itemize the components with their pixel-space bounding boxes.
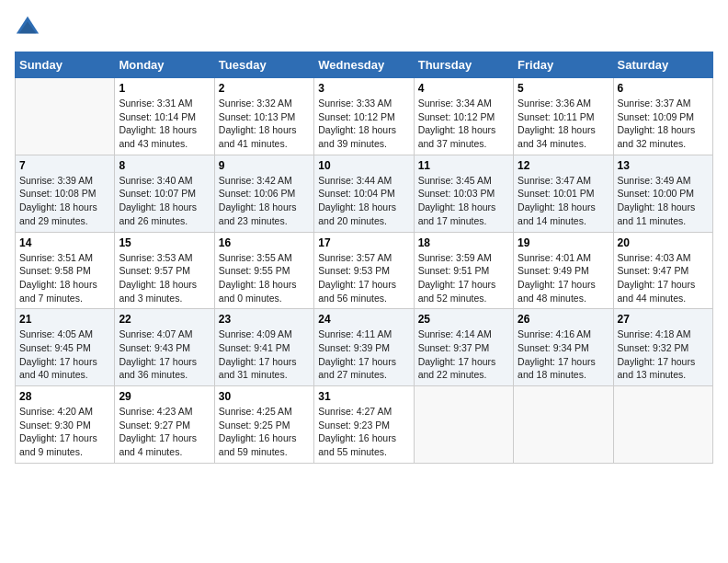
day-number: 17	[318, 236, 409, 249]
day-number: 2	[219, 82, 310, 95]
logo	[15, 15, 44, 40]
day-number: 29	[119, 390, 210, 403]
day-number: 25	[418, 313, 509, 326]
day-info: Sunrise: 4:11 AM Sunset: 9:39 PM Dayligh…	[318, 327, 409, 382]
header-sunday: Sunday	[16, 52, 115, 78]
day-number: 31	[318, 390, 409, 403]
day-info: Sunrise: 3:33 AM Sunset: 10:12 PM Daylig…	[318, 97, 409, 151]
calendar-cell: 4Sunrise: 3:34 AM Sunset: 10:12 PM Dayli…	[414, 78, 513, 155]
day-number: 5	[518, 82, 609, 95]
calendar-cell: 15Sunrise: 3:53 AM Sunset: 9:57 PM Dayli…	[115, 232, 214, 309]
day-info: Sunrise: 4:18 AM Sunset: 9:32 PM Dayligh…	[618, 327, 709, 382]
calendar-cell: 2Sunrise: 3:32 AM Sunset: 10:13 PM Dayli…	[214, 78, 313, 155]
logo-icon	[15, 15, 40, 40]
day-info: Sunrise: 3:44 AM Sunset: 10:04 PM Daylig…	[318, 174, 409, 228]
day-info: Sunrise: 3:37 AM Sunset: 10:09 PM Daylig…	[618, 97, 709, 151]
calendar-cell: 13Sunrise: 3:49 AM Sunset: 10:00 PM Dayl…	[613, 155, 712, 232]
day-number: 1	[119, 82, 210, 95]
day-number: 16	[219, 236, 310, 249]
calendar-header-row: SundayMondayTuesdayWednesdayThursdayFrid…	[16, 52, 713, 78]
calendar-cell: 8Sunrise: 3:40 AM Sunset: 10:07 PM Dayli…	[115, 155, 214, 232]
day-info: Sunrise: 4:20 AM Sunset: 9:30 PM Dayligh…	[19, 405, 110, 459]
calendar-cell: 3Sunrise: 3:33 AM Sunset: 10:12 PM Dayli…	[314, 78, 414, 155]
calendar-cell	[613, 386, 712, 464]
day-info: Sunrise: 4:09 AM Sunset: 9:41 PM Dayligh…	[219, 327, 310, 382]
calendar-cell: 31Sunrise: 4:27 AM Sunset: 9:23 PM Dayli…	[314, 386, 414, 464]
day-info: Sunrise: 4:25 AM Sunset: 9:25 PM Dayligh…	[219, 405, 310, 459]
day-info: Sunrise: 3:40 AM Sunset: 10:07 PM Daylig…	[119, 174, 210, 228]
header-friday: Friday	[514, 52, 613, 78]
day-info: Sunrise: 4:16 AM Sunset: 9:34 PM Dayligh…	[518, 327, 609, 382]
calendar-cell: 29Sunrise: 4:23 AM Sunset: 9:27 PM Dayli…	[115, 386, 214, 464]
day-number: 10	[318, 159, 409, 172]
day-info: Sunrise: 4:27 AM Sunset: 9:23 PM Dayligh…	[318, 405, 409, 459]
day-number: 21	[19, 313, 110, 326]
calendar-cell: 5Sunrise: 3:36 AM Sunset: 10:11 PM Dayli…	[514, 78, 613, 155]
day-number: 20	[618, 236, 709, 249]
day-number: 30	[219, 390, 310, 403]
calendar-cell: 10Sunrise: 3:44 AM Sunset: 10:04 PM Dayl…	[314, 155, 414, 232]
day-number: 7	[19, 159, 110, 172]
day-info: Sunrise: 4:07 AM Sunset: 9:43 PM Dayligh…	[119, 327, 210, 382]
day-number: 11	[418, 159, 509, 172]
calendar-cell: 6Sunrise: 3:37 AM Sunset: 10:09 PM Dayli…	[613, 78, 712, 155]
calendar-week-row: 14Sunrise: 3:51 AM Sunset: 9:58 PM Dayli…	[16, 232, 713, 309]
header-saturday: Saturday	[613, 52, 712, 78]
day-number: 8	[119, 159, 210, 172]
day-info: Sunrise: 4:03 AM Sunset: 9:47 PM Dayligh…	[618, 251, 709, 305]
calendar-cell	[514, 386, 613, 464]
day-info: Sunrise: 3:42 AM Sunset: 10:06 PM Daylig…	[219, 174, 310, 228]
day-info: Sunrise: 3:34 AM Sunset: 10:12 PM Daylig…	[418, 97, 509, 151]
day-number: 18	[418, 236, 509, 249]
day-number: 14	[19, 236, 110, 249]
day-info: Sunrise: 3:31 AM Sunset: 10:14 PM Daylig…	[119, 97, 210, 151]
day-info: Sunrise: 3:45 AM Sunset: 10:03 PM Daylig…	[418, 174, 509, 228]
day-info: Sunrise: 4:01 AM Sunset: 9:49 PM Dayligh…	[518, 251, 609, 305]
day-number: 4	[418, 82, 509, 95]
calendar-cell: 16Sunrise: 3:55 AM Sunset: 9:55 PM Dayli…	[214, 232, 313, 309]
day-info: Sunrise: 4:14 AM Sunset: 9:37 PM Dayligh…	[418, 327, 509, 382]
day-number: 6	[618, 82, 709, 95]
calendar-cell: 11Sunrise: 3:45 AM Sunset: 10:03 PM Dayl…	[414, 155, 513, 232]
calendar-cell: 22Sunrise: 4:07 AM Sunset: 9:43 PM Dayli…	[115, 309, 214, 386]
day-info: Sunrise: 3:49 AM Sunset: 10:00 PM Daylig…	[618, 174, 709, 228]
header-monday: Monday	[115, 52, 214, 78]
header-thursday: Thursday	[414, 52, 513, 78]
calendar-cell: 28Sunrise: 4:20 AM Sunset: 9:30 PM Dayli…	[16, 386, 115, 464]
calendar-cell: 17Sunrise: 3:57 AM Sunset: 9:53 PM Dayli…	[314, 232, 414, 309]
day-info: Sunrise: 3:39 AM Sunset: 10:08 PM Daylig…	[19, 174, 110, 228]
day-info: Sunrise: 4:05 AM Sunset: 9:45 PM Dayligh…	[19, 327, 110, 382]
calendar-cell	[414, 386, 513, 464]
day-info: Sunrise: 3:57 AM Sunset: 9:53 PM Dayligh…	[318, 251, 409, 305]
calendar-cell: 14Sunrise: 3:51 AM Sunset: 9:58 PM Dayli…	[16, 232, 115, 309]
calendar-cell: 19Sunrise: 4:01 AM Sunset: 9:49 PM Dayli…	[514, 232, 613, 309]
day-number: 12	[518, 159, 609, 172]
day-info: Sunrise: 3:32 AM Sunset: 10:13 PM Daylig…	[219, 97, 310, 151]
calendar-table: SundayMondayTuesdayWednesdayThursdayFrid…	[15, 52, 713, 464]
calendar-week-row: 21Sunrise: 4:05 AM Sunset: 9:45 PM Dayli…	[16, 309, 713, 386]
day-info: Sunrise: 3:47 AM Sunset: 10:01 PM Daylig…	[518, 174, 609, 228]
day-number: 28	[19, 390, 110, 403]
header-tuesday: Tuesday	[214, 52, 313, 78]
calendar-cell: 12Sunrise: 3:47 AM Sunset: 10:01 PM Dayl…	[514, 155, 613, 232]
calendar-cell: 1Sunrise: 3:31 AM Sunset: 10:14 PM Dayli…	[115, 78, 214, 155]
day-info: Sunrise: 3:55 AM Sunset: 9:55 PM Dayligh…	[219, 251, 310, 305]
day-number: 26	[518, 313, 609, 326]
day-number: 19	[518, 236, 609, 249]
day-info: Sunrise: 3:36 AM Sunset: 10:11 PM Daylig…	[518, 97, 609, 151]
calendar-cell: 24Sunrise: 4:11 AM Sunset: 9:39 PM Dayli…	[314, 309, 414, 386]
calendar-cell: 20Sunrise: 4:03 AM Sunset: 9:47 PM Dayli…	[613, 232, 712, 309]
calendar-cell: 27Sunrise: 4:18 AM Sunset: 9:32 PM Dayli…	[613, 309, 712, 386]
page-header	[15, 15, 713, 40]
day-number: 24	[318, 313, 409, 326]
day-number: 22	[119, 313, 210, 326]
calendar-cell: 9Sunrise: 3:42 AM Sunset: 10:06 PM Dayli…	[214, 155, 313, 232]
day-info: Sunrise: 3:51 AM Sunset: 9:58 PM Dayligh…	[19, 251, 110, 305]
calendar-cell: 18Sunrise: 3:59 AM Sunset: 9:51 PM Dayli…	[414, 232, 513, 309]
header-wednesday: Wednesday	[314, 52, 414, 78]
calendar-cell: 30Sunrise: 4:25 AM Sunset: 9:25 PM Dayli…	[214, 386, 313, 464]
calendar-week-row: 28Sunrise: 4:20 AM Sunset: 9:30 PM Dayli…	[16, 386, 713, 464]
calendar-cell: 7Sunrise: 3:39 AM Sunset: 10:08 PM Dayli…	[16, 155, 115, 232]
day-info: Sunrise: 3:53 AM Sunset: 9:57 PM Dayligh…	[119, 251, 210, 305]
day-number: 23	[219, 313, 310, 326]
